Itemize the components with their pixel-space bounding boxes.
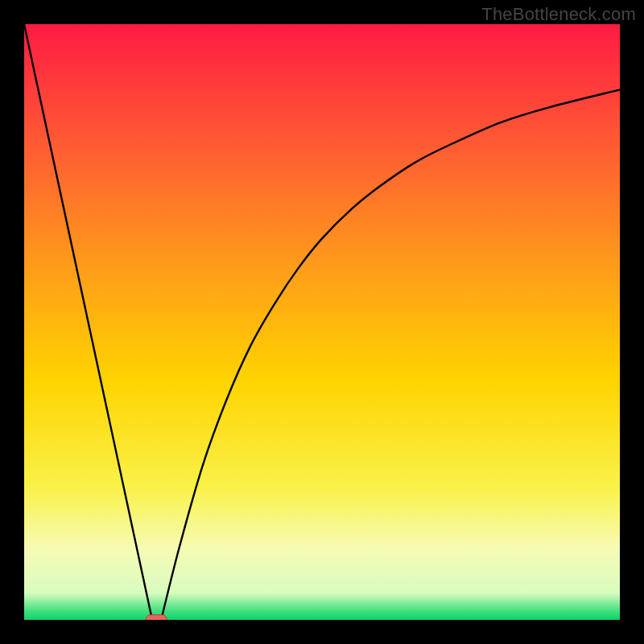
plot-svg xyxy=(24,24,620,620)
bottleneck-marker xyxy=(146,615,167,620)
chart-frame: TheBottleneck.com xyxy=(0,0,644,644)
plot-area xyxy=(24,24,620,620)
watermark-text: TheBottleneck.com xyxy=(481,4,636,25)
